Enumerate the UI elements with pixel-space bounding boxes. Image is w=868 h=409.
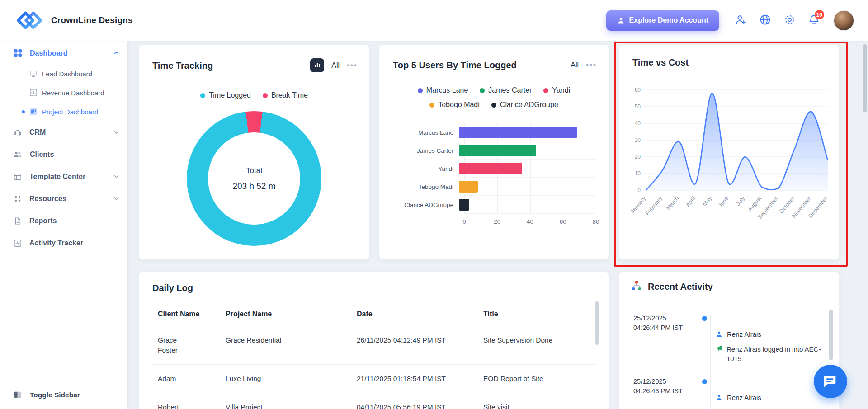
globe-icon: [759, 14, 771, 27]
cell-title: EOD Report of Site: [478, 365, 595, 393]
svg-text:50: 50: [635, 103, 641, 110]
time-vs-cost-card: Time vs Cost 0102030405060JanuaryFebruar…: [618, 44, 840, 260]
cell-project-name: Luxe Living: [220, 365, 351, 393]
sidebar-item-lead-dashboard[interactable]: Lead Dashboard: [0, 64, 127, 83]
header-actions: Explore Demo Account 10: [606, 10, 854, 31]
chat-icon: [823, 373, 838, 390]
top-users-filter[interactable]: All: [571, 61, 579, 69]
chart-type-button[interactable]: [310, 58, 324, 72]
svg-text:10: 10: [635, 170, 641, 177]
sidebar-nav: Dashboard Lead Dashboard Revenue Dashboa…: [0, 42, 127, 254]
lead-dashboard-icon: [29, 70, 38, 78]
sidebar-item-template-center[interactable]: Template Center: [0, 165, 127, 188]
top-users-legend: Marcus Lane James Carter Yandi Tebogo Ma…: [399, 86, 589, 109]
chevron-down-icon: [113, 129, 119, 135]
bar-row-james-carter: James Carter: [391, 141, 597, 160]
activity-entry[interactable]: 25/12/202504:26:43 PM IST Renz Alrais: [631, 377, 827, 401]
x-tick-label: 40: [527, 218, 533, 225]
user-icon: [617, 17, 625, 24]
active-bullet: [22, 91, 25, 94]
bar-row-yandi: Yandi: [391, 160, 597, 178]
donut-center-value: 203 h 52 m: [232, 181, 275, 191]
dashboard-icon: [14, 49, 22, 57]
add-user-button[interactable]: [730, 10, 751, 31]
user-icon: [715, 394, 723, 401]
bar-yandi[interactable]: [459, 163, 522, 174]
top-users-menu-button[interactable]: •••: [586, 61, 597, 70]
time-tracking-menu-button[interactable]: •••: [347, 61, 358, 70]
activity-list: 25/12/202504:26:44 PM IST Renz Alrais Re…: [631, 300, 827, 401]
activity-entry[interactable]: 25/12/202504:26:44 PM IST Renz Alrais Re…: [631, 314, 827, 363]
daily-log-header-row: Client NameProject NameDateTitle: [152, 302, 595, 326]
sidebar-item-activity-tracker[interactable]: Activity Tracker: [0, 232, 127, 254]
avatar[interactable]: [833, 10, 854, 31]
chevron-up-icon: [113, 50, 119, 56]
notification-badge: 10: [815, 10, 824, 19]
brand: CrownLine Designs: [17, 9, 133, 31]
legend-dot: [418, 88, 423, 93]
legend-item-break-time[interactable]: Break Time: [263, 91, 308, 99]
app-header: CrownLine Designs Explore Demo Account: [0, 0, 868, 41]
page-scrollbar-thumb[interactable]: [863, 44, 867, 112]
bar-tebogo-madi[interactable]: [459, 181, 478, 193]
legend-dot: [491, 103, 496, 108]
time-tracking-filter[interactable]: All: [331, 61, 340, 70]
svg-text:60: 60: [635, 87, 641, 93]
daily-log-scrollbar[interactable]: [595, 301, 599, 345]
legend-item-marcus-lane[interactable]: Marcus Lane: [418, 86, 468, 94]
svg-text:July: July: [735, 195, 746, 207]
legend-item-yandi[interactable]: Yandi: [543, 86, 570, 94]
bar-row-clarice-adgroupe: Clarice ADGroupe: [391, 196, 597, 214]
legend-dot: [480, 88, 485, 93]
sidebar-item-resources[interactable]: Resources: [0, 188, 127, 210]
x-tick-label: 0: [462, 218, 466, 225]
user-icon: [715, 330, 723, 338]
language-button[interactable]: [755, 10, 775, 31]
legend-item-time-logged[interactable]: Time Logged: [200, 91, 251, 99]
svg-text:40: 40: [635, 120, 641, 127]
notifications-button[interactable]: 10: [803, 10, 824, 31]
bar-category-label: Yandi: [391, 165, 459, 172]
daily-log-card: Daily Log Client NameProject NameDateTit…: [138, 271, 609, 409]
chat-fab-button[interactable]: [814, 365, 847, 398]
table-row[interactable]: RobertVilla Project04/11/2025 05:56:19 P…: [152, 393, 595, 409]
table-row[interactable]: Grace FosterGrace Residential26/11/2025 …: [152, 326, 595, 365]
toggle-sidebar-button[interactable]: Toggle Sidebar: [14, 390, 80, 399]
legend-item-james-carter[interactable]: James Carter: [480, 86, 532, 94]
cell-project-name: Grace Residential: [220, 326, 351, 364]
sidebar: Dashboard Lead Dashboard Revenue Dashboa…: [0, 41, 127, 409]
gear-icon: [783, 14, 796, 27]
cell-project-name: Villa Project: [220, 393, 351, 409]
template-center-icon: [14, 173, 22, 181]
bar-clarice-adgroupe[interactable]: [459, 199, 469, 211]
sidebar-item-project-dashboard[interactable]: Project Dashboard: [0, 102, 127, 121]
table-row[interactable]: AdamLuxe Living21/11/2025 01:18:54 PM IS…: [152, 365, 595, 393]
sidebar-item-dashboard[interactable]: Dashboard: [0, 42, 127, 64]
time-tracking-donut-chart: Total 203 h 52 m: [187, 111, 321, 246]
chevron-down-icon: [113, 174, 119, 179]
svg-text:February: February: [644, 195, 664, 216]
sidebar-item-crm[interactable]: CRM: [0, 121, 127, 143]
explore-demo-button[interactable]: Explore Demo Account: [606, 10, 719, 31]
cell-date: 21/11/2025 01:18:54 PM IST: [351, 365, 478, 393]
activity-action: Renz Alrais logged in into AEC-1015: [726, 344, 827, 363]
brand-logo: [17, 9, 45, 31]
sidebar-item-clients[interactable]: Clients: [0, 143, 127, 165]
user-plus-icon: [735, 14, 747, 27]
legend-item-tebogo-madi[interactable]: Tebogo Madi: [429, 101, 480, 109]
activity-user: Renz Alrais: [727, 330, 761, 338]
sidebar-item-revenue-dashboard[interactable]: Revenue Dashboard: [0, 83, 127, 102]
sidebar-item-reports[interactable]: Reports: [0, 210, 127, 232]
cell-date: 04/11/2025 05:56:19 PM IST: [351, 393, 478, 409]
bar-marcus-lane[interactable]: [459, 127, 577, 138]
x-tick-label: 20: [494, 218, 500, 225]
recent-activity-scrollbar[interactable]: [829, 310, 833, 360]
timeline-dot: [702, 379, 707, 384]
bar-james-carter[interactable]: [459, 145, 536, 156]
bar-category-label: Tebogo Madi: [391, 183, 459, 190]
bar-row-tebogo-madi: Tebogo Madi: [391, 178, 597, 196]
legend-item-clarice-adgroupe[interactable]: Clarice ADGroupe: [491, 101, 558, 109]
legend-dot: [200, 93, 205, 98]
cell-client-name: Adam: [152, 365, 220, 393]
settings-button[interactable]: [779, 10, 800, 31]
